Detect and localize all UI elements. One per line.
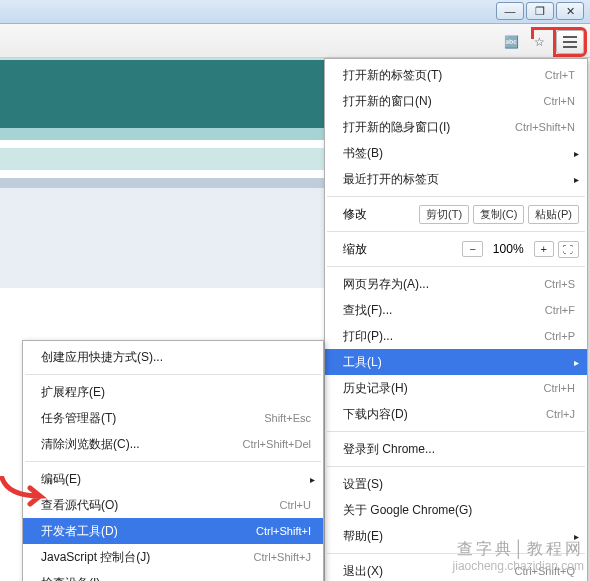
menu-recent-tabs[interactable]: 最近打开的标签页▸: [325, 166, 587, 192]
zoom-in-button[interactable]: +: [534, 241, 554, 257]
main-menu: 打开新的标签页(T)Ctrl+T 打开新的窗口(N)Ctrl+N 打开新的隐身窗…: [324, 58, 588, 581]
menu-zoom-row: 缩放 − 100% + ⛶: [325, 236, 587, 262]
copy-button[interactable]: 复制(C): [473, 205, 524, 224]
chevron-right-icon: ▸: [574, 174, 579, 185]
menu-separator: [25, 374, 321, 375]
fullscreen-button[interactable]: ⛶: [558, 241, 579, 258]
paste-button[interactable]: 粘贴(P): [528, 205, 579, 224]
submenu-js-console[interactable]: JavaScript 控制台(J)Ctrl+Shift+J: [23, 544, 323, 570]
chevron-right-icon: ▸: [310, 474, 315, 485]
menu-signin[interactable]: 登录到 Chrome...: [325, 436, 587, 462]
menu-find[interactable]: 查找(F)...Ctrl+F: [325, 297, 587, 323]
edit-label: 修改: [343, 206, 415, 223]
menu-edit-row: 修改 剪切(T) 复制(C) 粘贴(P): [325, 201, 587, 227]
menu-new-window[interactable]: 打开新的窗口(N)Ctrl+N: [325, 88, 587, 114]
zoom-out-button[interactable]: −: [462, 241, 482, 257]
menu-separator: [327, 431, 585, 432]
submenu-task-manager[interactable]: 任务管理器(T)Shift+Esc: [23, 405, 323, 431]
menu-separator: [25, 461, 321, 462]
chevron-right-icon: ▸: [574, 357, 579, 368]
submenu-encoding[interactable]: 编码(E)▸: [23, 466, 323, 492]
maximize-button[interactable]: ❐: [526, 2, 554, 20]
menu-downloads[interactable]: 下载内容(D)Ctrl+J: [325, 401, 587, 427]
menu-new-incognito[interactable]: 打开新的隐身窗口(I)Ctrl+Shift+N: [325, 114, 587, 140]
menu-settings[interactable]: 设置(S): [325, 471, 587, 497]
page-content: [0, 58, 324, 288]
submenu-view-source[interactable]: 查看源代码(O)Ctrl+U: [23, 492, 323, 518]
menu-separator: [327, 196, 585, 197]
submenu-inspect-devices[interactable]: 检查设备(I): [23, 570, 323, 581]
menu-history[interactable]: 历史记录(H)Ctrl+H: [325, 375, 587, 401]
submenu-create-shortcut[interactable]: 创建应用快捷方式(S)...: [23, 344, 323, 370]
main-menu-button[interactable]: [556, 30, 584, 54]
menu-separator: [327, 466, 585, 467]
menu-separator: [327, 266, 585, 267]
menu-save-as[interactable]: 网页另存为(A)...Ctrl+S: [325, 271, 587, 297]
submenu-dev-tools[interactable]: 开发者工具(D)Ctrl+Shift+I: [23, 518, 323, 544]
menu-new-tab[interactable]: 打开新的标签页(T)Ctrl+T: [325, 62, 587, 88]
tools-submenu: 创建应用快捷方式(S)... 扩展程序(E) 任务管理器(T)Shift+Esc…: [22, 340, 324, 581]
menu-about[interactable]: 关于 Google Chrome(G): [325, 497, 587, 523]
close-button[interactable]: ✕: [556, 2, 584, 20]
translate-icon[interactable]: 🔤: [500, 31, 522, 53]
bookmark-star-icon[interactable]: ☆: [528, 31, 550, 53]
watermark: 查字典│教程网 jiaocheng.chazidian.com: [453, 539, 584, 575]
menu-separator: [327, 231, 585, 232]
menu-print[interactable]: 打印(P)...Ctrl+P: [325, 323, 587, 349]
cut-button[interactable]: 剪切(T): [419, 205, 469, 224]
submenu-extensions[interactable]: 扩展程序(E): [23, 379, 323, 405]
chevron-right-icon: ▸: [574, 148, 579, 159]
zoom-value: 100%: [487, 242, 530, 256]
menu-tools[interactable]: 工具(L)▸: [325, 349, 587, 375]
zoom-label: 缩放: [343, 241, 458, 258]
browser-toolbar: 🔤 ☆: [0, 24, 590, 58]
window-titlebar: — ❐ ✕: [0, 0, 590, 24]
menu-bookmarks[interactable]: 书签(B)▸: [325, 140, 587, 166]
submenu-clear-data[interactable]: 清除浏览数据(C)...Ctrl+Shift+Del: [23, 431, 323, 457]
minimize-button[interactable]: —: [496, 2, 524, 20]
